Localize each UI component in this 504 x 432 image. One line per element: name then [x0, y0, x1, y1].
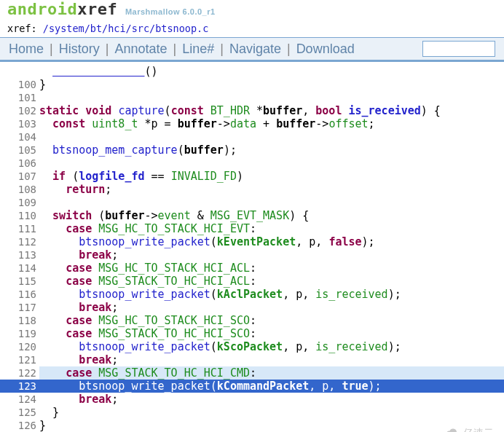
- id-buffer[interactable]: buffer: [105, 209, 144, 222]
- toolbar: Home| History| Annotate| Line#| Navigate…: [0, 37, 504, 62]
- id-buffer[interactable]: buffer: [178, 117, 217, 130]
- line-number[interactable]: 114: [0, 262, 39, 275]
- fn-btsnoop_write_packet[interactable]: btsnoop_write_packet: [79, 340, 210, 353]
- fn-btsnoop_write_packet[interactable]: btsnoop_write_packet: [79, 288, 210, 301]
- macro-link[interactable]: MSG_STACK_TO_HC_HCI_SCO: [98, 327, 250, 340]
- xref-path-link[interactable]: /system/bt/hci/src/: [43, 23, 155, 34]
- highlight-dark: btsnoop_write_packet(kCommandPacket, p, …: [39, 380, 504, 393]
- line-number[interactable]: 113: [0, 248, 39, 262]
- line-number[interactable]: 118: [0, 314, 39, 327]
- macro-link[interactable]: MSG_HC_TO_STACK_HCI_SCO: [98, 314, 250, 327]
- line-number[interactable]: 101: [0, 91, 39, 104]
- line-number[interactable]: 104: [0, 130, 39, 144]
- nav-download[interactable]: Download: [296, 42, 355, 57]
- highlight-light: case MSG_STACK_TO_HC_HCI_CMD:: [39, 366, 504, 380]
- macro-link[interactable]: MSG_HC_TO_STACK_HCI_ACL: [98, 262, 250, 275]
- code-viewer: () 100} 101 102static void capture(const…: [0, 62, 504, 432]
- id-is_received[interactable]: is_received: [315, 288, 387, 301]
- id-is_received[interactable]: is_received: [348, 104, 420, 117]
- id-buffer[interactable]: buffer: [276, 117, 315, 130]
- breadcrumb: xref: /system/bt/hci/src/btsnoop.c: [0, 18, 504, 37]
- nav-navigate[interactable]: Navigate: [229, 42, 281, 57]
- line-number-selected[interactable]: 123: [0, 380, 39, 393]
- line-number[interactable]: 110: [0, 209, 39, 222]
- macro-link[interactable]: MSG_STACK_TO_HC_HCI_CMD: [98, 366, 250, 380]
- line-number[interactable]: 108: [0, 183, 39, 196]
- line-number[interactable]: 116: [0, 288, 39, 301]
- watermark: 亿速云: [444, 426, 494, 432]
- nav-history[interactable]: History: [59, 42, 100, 57]
- line-number[interactable]: 102: [0, 104, 39, 117]
- line-number[interactable]: 124: [0, 393, 39, 406]
- search-input[interactable]: [422, 41, 495, 57]
- id-logfile_fd[interactable]: logfile_fd: [79, 170, 144, 183]
- fn-capture[interactable]: capture: [118, 104, 164, 117]
- line-number[interactable]: 103: [0, 117, 39, 130]
- id-is_received[interactable]: is_received: [315, 340, 387, 353]
- id-offset[interactable]: offset: [328, 117, 368, 130]
- id-kEventPacket[interactable]: kEventPacket: [217, 235, 296, 248]
- id-kScoPacket[interactable]: kScoPacket: [217, 340, 283, 353]
- macro-link[interactable]: MSG_HC_TO_STACK_HCI_EVT: [98, 222, 250, 235]
- id-buffer[interactable]: buffer: [263, 104, 302, 117]
- site-logo: androidxref Marshmallow 6.0.0_r1: [0, 0, 504, 18]
- line-number[interactable]: 119: [0, 327, 39, 340]
- macro-MSG_EVT_MASK[interactable]: MSG_EVT_MASK: [210, 209, 289, 222]
- type-BT_HDR[interactable]: BT_HDR: [210, 104, 250, 117]
- macro-link[interactable]: MSG_STACK_TO_HC_HCI_ACL: [98, 275, 250, 288]
- nav-line[interactable]: Line#: [182, 42, 214, 57]
- line-number[interactable]: 125: [0, 406, 39, 419]
- line-number[interactable]: 107: [0, 170, 39, 183]
- line-number[interactable]: 109: [0, 196, 39, 209]
- type-uint8_t[interactable]: uint8_t: [92, 117, 138, 130]
- line-number[interactable]: 121: [0, 353, 39, 366]
- line-number[interactable]: 120: [0, 340, 39, 353]
- macro-INVALID_FD[interactable]: INVALID_FD: [171, 170, 237, 183]
- nav-home[interactable]: Home: [9, 42, 44, 57]
- fn-btsnoop_write_packet[interactable]: btsnoop_write_packet: [79, 235, 210, 248]
- id-data[interactable]: data: [230, 117, 256, 130]
- truncated-link[interactable]: [52, 65, 144, 78]
- line-number[interactable]: 105: [0, 144, 39, 157]
- cloud-icon: [444, 428, 460, 432]
- id-event[interactable]: event: [158, 209, 191, 222]
- line-number[interactable]: 111: [0, 222, 39, 235]
- line-number[interactable]: 122: [0, 366, 39, 380]
- line-number[interactable]: 115: [0, 275, 39, 288]
- line-number[interactable]: [0, 65, 39, 78]
- fn-btsnoop_mem_capture[interactable]: btsnoop_mem_capture: [52, 144, 178, 157]
- line-number[interactable]: 106: [0, 157, 39, 170]
- nav-annotate[interactable]: Annotate: [114, 42, 167, 57]
- xref-file-link[interactable]: btsnoop.c: [155, 23, 208, 34]
- id-kAclPacket[interactable]: kAclPacket: [217, 288, 283, 301]
- line-number[interactable]: 100: [0, 78, 39, 91]
- line-number[interactable]: 117: [0, 301, 39, 314]
- line-number[interactable]: 112: [0, 235, 39, 248]
- line-number[interactable]: 126: [0, 419, 39, 432]
- id-buffer[interactable]: buffer: [184, 144, 224, 157]
